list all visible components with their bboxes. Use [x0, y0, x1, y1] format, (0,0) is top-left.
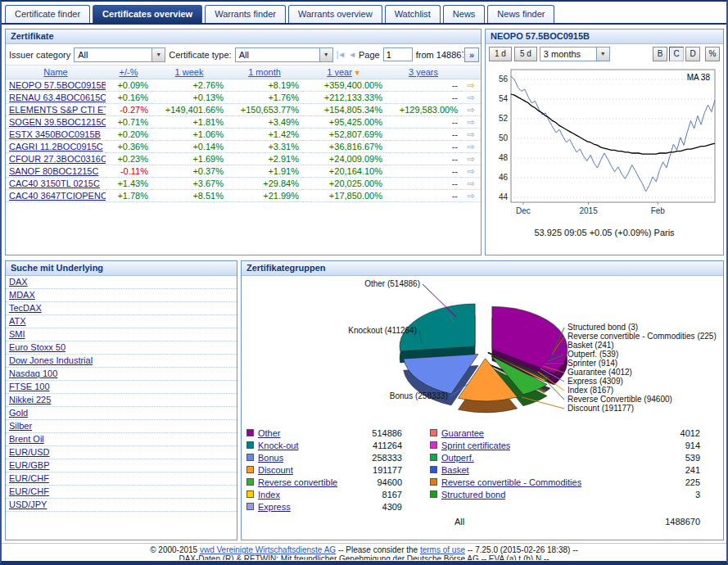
issuer-category-select[interactable]: All ▼	[74, 47, 165, 62]
column-header-1-month[interactable]: 1 month	[248, 67, 281, 77]
underlying-link-ftse-100[interactable]: FTSE 100	[9, 382, 50, 391]
tab-watchlist[interactable]: Watchlist	[385, 5, 441, 23]
legend-link-other[interactable]: Other	[258, 428, 281, 438]
underlying-link-smi[interactable]: SMI	[9, 329, 25, 339]
legend-link-guarantee[interactable]: Guarantee	[441, 428, 484, 438]
underlying-link-dow-jones-industrial[interactable]: Dow Jones Industrial	[9, 355, 93, 365]
legend-link-sprint-certificates[interactable]: Sprint certificates	[441, 441, 510, 450]
open-detail-arrow-icon[interactable]: ⇨	[467, 142, 474, 151]
certificate-link[interactable]: ELEMENTS S&P CTI ETN	[9, 105, 106, 115]
column-header-3-years[interactable]: 3 years	[409, 67, 438, 77]
underlying-link-eur-usd[interactable]: EUR/USD	[9, 447, 50, 457]
underlying-row: EUR/CHF	[6, 486, 237, 499]
page-input[interactable]	[383, 47, 413, 61]
legend-link-bonus[interactable]: Bonus	[258, 453, 283, 463]
column-header-1-week[interactable]: 1 week	[175, 67, 204, 77]
legend-link-discount[interactable]: Discount	[258, 465, 293, 475]
open-detail-arrow-icon[interactable]: ⇨	[467, 166, 474, 176]
tab-warrants-overview[interactable]: Warrants overview	[288, 5, 382, 23]
chart-style-b-button[interactable]: B	[653, 47, 667, 61]
sort-desc-icon[interactable]: ▼	[354, 69, 361, 77]
certificates-table: Name+/-%1 week1 month1 year▼3 years NEOP…	[6, 66, 481, 202]
range-1d-button[interactable]: 1 d	[489, 47, 512, 61]
underlying-link-nasdaq-100[interactable]: Nasdaq 100	[9, 368, 57, 378]
legend-item: Index8167	[246, 488, 402, 500]
chevron-down-icon[interactable]: ▼	[596, 47, 609, 61]
chevron-down-icon[interactable]: ▼	[151, 48, 165, 61]
tab-certificate-finder[interactable]: Certificate finder	[5, 5, 90, 23]
range-5d-button[interactable]: 5 d	[514, 47, 537, 61]
underlying-link-eur-chf[interactable]: EUR/CHF	[9, 486, 49, 496]
underlying-link-brent-oil[interactable]: Brent Oil	[9, 434, 44, 444]
tab-certificates-overview[interactable]: Certificates overview	[93, 5, 202, 23]
legend-link-express[interactable]: Express	[258, 502, 291, 512]
open-detail-arrow-icon[interactable]: ⇨	[467, 179, 474, 188]
chart-style-c-button[interactable]: C	[669, 47, 684, 61]
legend-link-basket[interactable]: Basket	[441, 465, 469, 475]
underlying-link-dax[interactable]: DAX	[9, 277, 28, 287]
chevron-down-icon[interactable]: ▼	[319, 48, 332, 61]
certificates-panel: Zertifikate Issuer category All ▼ Certif…	[5, 29, 482, 255]
tab-warrants-finder[interactable]: Warrants finder	[205, 5, 286, 23]
column-header--[interactable]: +/-%	[120, 67, 138, 77]
value-cell: --	[386, 189, 461, 201]
underlying-link-eur-chf[interactable]: EUR/CHF	[9, 473, 49, 483]
certificate-link[interactable]: CFOUR 27.3BOC0316C	[9, 154, 106, 164]
underlying-link-silber[interactable]: Silber	[9, 421, 32, 431]
certificate-link[interactable]: CAC40 3647TCIOPENC	[9, 191, 106, 201]
underlying-row: Silber	[6, 420, 237, 433]
column-header-1-year[interactable]: 1 year	[327, 67, 352, 77]
legend-link-index[interactable]: Index	[258, 490, 280, 499]
next-pages-button[interactable]: »	[464, 47, 479, 62]
value-cell: +1.42%	[227, 128, 302, 140]
open-detail-arrow-icon[interactable]: ⇨	[467, 154, 474, 164]
certificate-link[interactable]: SOGEN 39.5BOC1215C	[9, 117, 106, 127]
underlying-link-euro-stoxx-50[interactable]: Euro Stoxx 50	[9, 342, 66, 352]
legend-link-knock-out[interactable]: Knock-out	[258, 441, 299, 450]
underlying-row: Nasdaq 100	[6, 368, 237, 381]
legend-value: 411264	[368, 441, 402, 450]
open-detail-arrow-icon[interactable]: ⇨	[467, 191, 474, 201]
underlying-link-usd-jpy[interactable]: USD/JPY	[9, 499, 47, 509]
certificate-link[interactable]: CAGRI 11.2BOC0915C	[9, 142, 103, 151]
tab-news[interactable]: News	[443, 5, 486, 23]
open-detail-arrow-icon[interactable]: ⇨	[467, 129, 474, 139]
open-detail-arrow-icon[interactable]: ⇨	[467, 80, 474, 90]
pie-callout-label: Sprinter (914)	[567, 359, 617, 368]
legend-link-reverse-convertible-commodities[interactable]: Reverse convertible - Commodities	[441, 477, 581, 487]
underlying-search-panel: Suche mit Underlying DAXMDAXTecDAXATXSMI…	[5, 260, 237, 540]
certificate-link[interactable]: RENAU 63.4BOC0615C	[9, 93, 106, 102]
footer-vwd-link[interactable]: vwd Vereinigte Wirtschaftsdienste AG	[200, 545, 336, 554]
legend-link-reverse-convertible[interactable]: Reverse convertible	[258, 477, 337, 487]
value-cell: +359,400.00%	[302, 79, 386, 91]
certificate-link[interactable]: CAC40 3150TL 0215C	[9, 179, 100, 188]
underlying-link-nikkei-225[interactable]: Nikkei 225	[9, 395, 51, 405]
certificate-type-select[interactable]: All ▼	[235, 47, 333, 62]
underlying-link-gold[interactable]: Gold	[9, 408, 28, 418]
underlying-link-eur-gbp[interactable]: EUR/GBP	[9, 460, 50, 470]
legend-value: 4012	[676, 428, 700, 438]
certificate-link[interactable]: NEOPO 57.5BOC0915B	[9, 80, 106, 90]
first-page-icon[interactable]: |◄	[337, 50, 346, 59]
certificate-link[interactable]: ESTX 3450BOC0915B	[9, 129, 101, 139]
tab-news-finder[interactable]: News finder	[487, 5, 554, 23]
tab-bar: Certificate finderCertificates overviewW…	[2, 2, 726, 25]
chart-style-d-button[interactable]: D	[685, 47, 700, 61]
underlying-row: Brent Oil	[6, 433, 237, 446]
underlying-link-atx[interactable]: ATX	[9, 316, 26, 326]
open-detail-arrow-icon[interactable]: ⇨	[467, 105, 474, 115]
certificate-link[interactable]: SANOF 80BOC1215C	[9, 166, 98, 176]
underlying-link-tecdax[interactable]: TecDAX	[9, 303, 42, 313]
pie-legend: Other514886Knock-out411264Bonus258333Dis…	[242, 425, 723, 531]
column-header-name[interactable]: Name	[43, 67, 67, 77]
open-detail-arrow-icon[interactable]: ⇨	[467, 117, 474, 127]
legend-link-outperf-[interactable]: Outperf.	[441, 453, 474, 463]
range-select[interactable]: 3 months ▼	[540, 47, 610, 61]
value-cell: --	[386, 128, 461, 140]
legend-link-structured-bond[interactable]: Structured bond	[441, 490, 505, 499]
open-detail-arrow-icon[interactable]: ⇨	[467, 93, 474, 102]
underlying-link-mdax[interactable]: MDAX	[9, 290, 35, 300]
chart-percent-button[interactable]: %	[705, 47, 720, 61]
prev-page-icon[interactable]: ◄	[348, 50, 355, 59]
footer-terms-link[interactable]: terms of use	[420, 545, 465, 554]
